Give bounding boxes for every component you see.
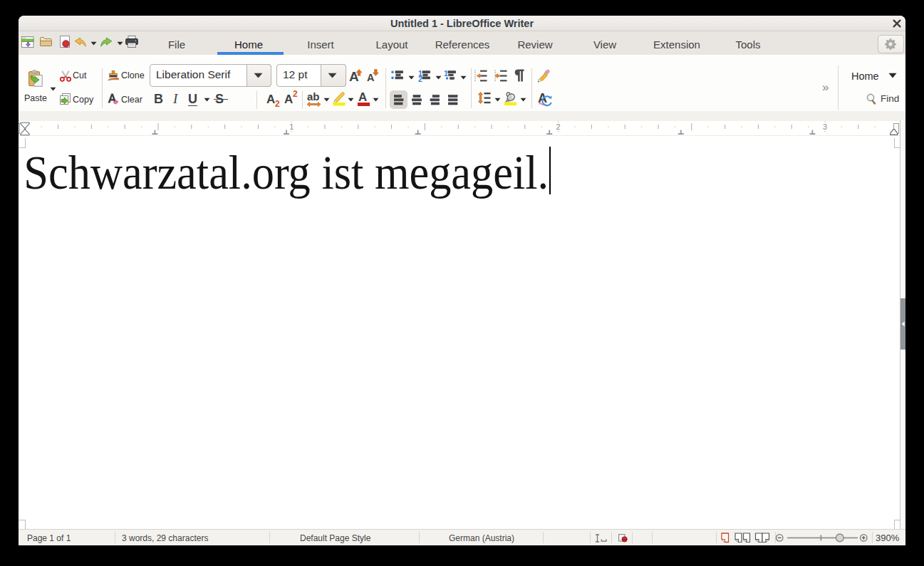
svg-text:3: 3 [823,122,827,131]
svg-text:2: 2 [556,122,561,131]
svg-text:ab: ab [307,90,320,103]
svg-text:1: 1 [444,69,448,78]
svg-text:2: 2 [418,75,422,83]
svg-text:1: 1 [289,122,294,131]
svg-text:2: 2 [275,99,280,109]
svg-text:A: A [284,93,293,106]
svg-text:A: A [266,93,275,106]
svg-text:2: 2 [293,89,298,99]
svg-text:A: A [367,72,375,83]
